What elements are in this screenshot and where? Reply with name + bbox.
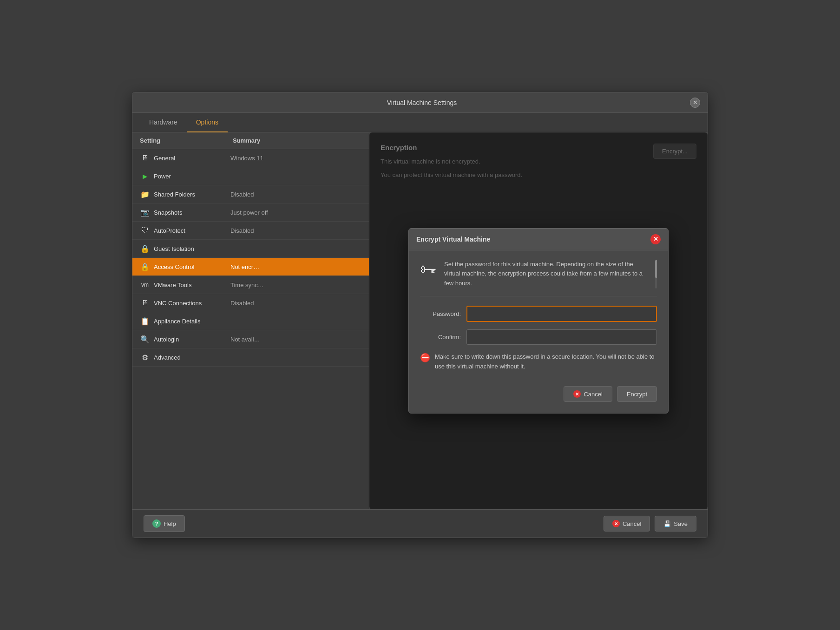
main-window: Virtual Machine Settings ✕ Hardware Opti… bbox=[132, 92, 708, 538]
autoprotect-summary: Disabled bbox=[230, 227, 254, 234]
cancel-label: Cancel bbox=[623, 520, 641, 527]
settings-row-power[interactable]: ▶ Power bbox=[132, 167, 369, 185]
vmware-tools-summary: Time sync… bbox=[230, 282, 264, 289]
autoprotect-label: AutoProtect bbox=[154, 227, 230, 234]
snapshots-icon: 📷 bbox=[140, 207, 150, 217]
advanced-icon: ⚙ bbox=[140, 352, 150, 362]
settings-row-general[interactable]: 🖥 General Windows 11 bbox=[132, 149, 369, 167]
modal-encrypt-label: Encrypt bbox=[627, 391, 647, 398]
modal-cancel-label: Cancel bbox=[584, 391, 602, 398]
settings-row-autoprotect[interactable]: 🛡 AutoProtect Disabled bbox=[132, 222, 369, 240]
col-header-summary: Summary bbox=[233, 137, 326, 144]
warning-icon: ⛔ bbox=[420, 353, 430, 363]
vnc-connections-icon: 🖥 bbox=[140, 298, 150, 308]
power-label: Power bbox=[154, 173, 230, 180]
access-control-icon: 🔒 bbox=[140, 262, 150, 272]
modal-body: 🗝 Set the password for this virtual mach… bbox=[409, 250, 668, 413]
general-label: General bbox=[154, 155, 230, 162]
cancel-x-icon-bottom: ✕ bbox=[612, 520, 620, 527]
settings-row-guest-isolation[interactable]: 🔒 Guest Isolation bbox=[132, 240, 369, 258]
save-label: Save bbox=[674, 520, 688, 527]
shared-folders-icon: 📁 bbox=[140, 189, 150, 199]
bottom-right-buttons: ✕ Cancel 💾 Save bbox=[604, 516, 696, 532]
save-button[interactable]: 💾 Save bbox=[655, 516, 696, 532]
title-bar: Virtual Machine Settings ✕ bbox=[132, 92, 708, 113]
password-label: Password: bbox=[420, 310, 466, 317]
settings-row-snapshots[interactable]: 📷 Snapshots Just power off bbox=[132, 203, 369, 222]
help-button[interactable]: ? Help bbox=[144, 515, 185, 532]
settings-row-vmware-tools[interactable]: vm VMware Tools Time sync… bbox=[132, 276, 369, 294]
appliance-details-label: Appliance Details bbox=[154, 318, 230, 325]
bottom-bar: ? Help ✕ Cancel 💾 Save bbox=[132, 509, 708, 538]
confirm-field: Confirm: bbox=[420, 329, 657, 345]
access-control-label: Access Control bbox=[154, 263, 230, 270]
settings-row-access-control[interactable]: 🔒 Access Control Not encr… bbox=[132, 258, 369, 276]
col-header-setting: Setting bbox=[140, 137, 233, 144]
shared-folders-summary: Disabled bbox=[230, 191, 254, 198]
password-field: Password: bbox=[420, 306, 657, 322]
modal-info-text: Set the password for this virtual machin… bbox=[444, 260, 646, 289]
encrypt-modal: Encrypt Virtual Machine ✕ 🗝 Set the pass… bbox=[408, 228, 669, 414]
snapshots-label: Snapshots bbox=[154, 209, 230, 216]
autologin-icon: 🔍 bbox=[140, 334, 150, 344]
window-close-button[interactable]: ✕ bbox=[690, 98, 700, 108]
appliance-details-icon: 📋 bbox=[140, 316, 150, 326]
modal-close-button[interactable]: ✕ bbox=[650, 234, 661, 244]
tabs-bar: Hardware Options bbox=[132, 113, 708, 132]
cancel-x-icon: ✕ bbox=[573, 390, 581, 398]
modal-warning: ⛔ Make sure to write down this password … bbox=[420, 352, 657, 372]
vnc-connections-summary: Disabled bbox=[230, 300, 254, 307]
vnc-connections-label: VNC Connections bbox=[154, 300, 230, 307]
password-input[interactable] bbox=[466, 306, 657, 322]
help-icon: ? bbox=[152, 519, 161, 528]
confirm-label: Confirm: bbox=[420, 334, 466, 341]
tab-hardware[interactable]: Hardware bbox=[140, 113, 187, 132]
vmware-tools-label: VMware Tools bbox=[154, 282, 230, 289]
autologin-label: Autologin bbox=[154, 336, 230, 343]
advanced-label: Advanced bbox=[154, 354, 230, 361]
general-summary: Windows 11 bbox=[230, 155, 263, 162]
settings-row-advanced[interactable]: ⚙ Advanced bbox=[132, 348, 369, 367]
modal-footer: ✕ Cancel Encrypt bbox=[420, 381, 657, 404]
content-area: Setting Summary 🖥 General Windows 11 ▶ P… bbox=[132, 132, 708, 509]
save-icon: 💾 bbox=[663, 520, 671, 527]
modal-info-row: 🗝 Set the password for this virtual mach… bbox=[420, 260, 657, 296]
settings-row-autologin[interactable]: 🔍 Autologin Not avail… bbox=[132, 330, 369, 348]
access-control-summary: Not encr… bbox=[230, 263, 259, 270]
settings-row-appliance-details[interactable]: 📋 Appliance Details bbox=[132, 312, 369, 330]
autologin-summary: Not avail… bbox=[230, 336, 260, 343]
modal-encrypt-button[interactable]: Encrypt bbox=[617, 386, 657, 402]
power-icon: ▶ bbox=[140, 171, 150, 181]
modal-title: Encrypt Virtual Machine bbox=[416, 236, 490, 243]
vmware-tools-icon: vm bbox=[140, 280, 150, 290]
settings-row-vnc-connections[interactable]: 🖥 VNC Connections Disabled bbox=[132, 294, 369, 312]
general-icon: 🖥 bbox=[140, 153, 150, 163]
autoprotect-icon: 🛡 bbox=[140, 225, 150, 236]
settings-row-shared-folders[interactable]: 📁 Shared Folders Disabled bbox=[132, 185, 369, 203]
help-label: Help bbox=[164, 520, 176, 527]
confirm-input[interactable] bbox=[466, 329, 657, 345]
settings-header: Setting Summary bbox=[132, 132, 369, 149]
keys-icon: 🗝 bbox=[420, 260, 437, 279]
window-title: Virtual Machine Settings bbox=[154, 99, 690, 106]
guest-isolation-label: Guest Isolation bbox=[154, 245, 230, 252]
detail-panel: Encryption This virtual machine is not e… bbox=[369, 132, 708, 509]
modal-cancel-button[interactable]: ✕ Cancel bbox=[564, 386, 612, 402]
settings-panel: Setting Summary 🖥 General Windows 11 ▶ P… bbox=[132, 132, 369, 509]
cancel-button[interactable]: ✕ Cancel bbox=[604, 516, 650, 532]
shared-folders-label: Shared Folders bbox=[154, 191, 230, 198]
warning-text: Make sure to write down this password in… bbox=[435, 352, 657, 372]
modal-overlay: Encrypt Virtual Machine ✕ 🗝 Set the pass… bbox=[369, 132, 708, 509]
tab-options[interactable]: Options bbox=[187, 113, 228, 132]
guest-isolation-icon: 🔒 bbox=[140, 243, 150, 254]
snapshots-summary: Just power off bbox=[230, 209, 268, 216]
modal-title-bar: Encrypt Virtual Machine ✕ bbox=[409, 229, 668, 250]
